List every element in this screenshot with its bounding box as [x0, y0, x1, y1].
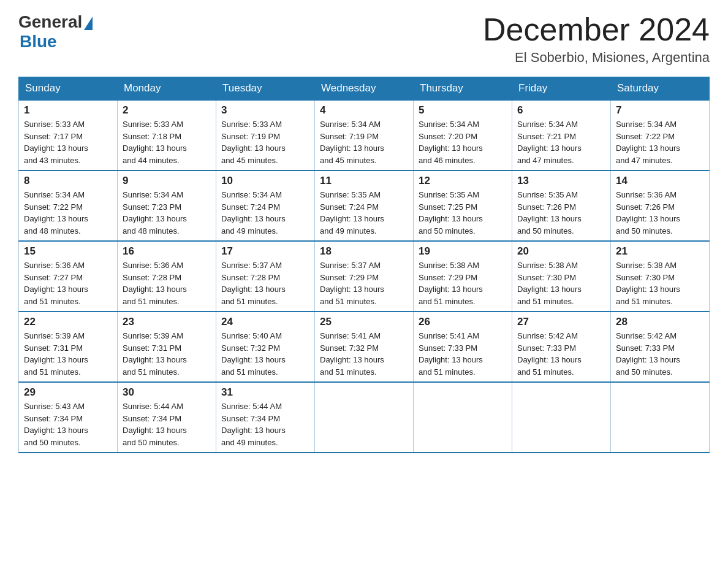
day-number: 24: [221, 316, 309, 328]
location-text: El Soberbio, Misiones, Argentina: [483, 50, 710, 66]
calendar-cell: 15 Sunrise: 5:36 AMSunset: 7:27 PMDaylig…: [19, 241, 118, 312]
day-number: 8: [24, 175, 112, 187]
page-header: General Blue December 2024 El Soberbio, …: [18, 12, 710, 66]
day-info: Sunrise: 5:36 AMSunset: 7:28 PMDaylight:…: [123, 261, 187, 306]
day-number: 6: [517, 104, 605, 117]
day-number: 13: [517, 175, 605, 187]
calendar-cell: [611, 382, 710, 453]
calendar-cell: 8 Sunrise: 5:34 AMSunset: 7:22 PMDayligh…: [19, 170, 118, 241]
calendar-cell: 25 Sunrise: 5:41 AMSunset: 7:32 PMDaylig…: [315, 312, 414, 382]
day-number: 11: [320, 175, 408, 187]
day-info: Sunrise: 5:33 AMSunset: 7:17 PMDaylight:…: [24, 120, 88, 165]
day-info: Sunrise: 5:37 AMSunset: 7:28 PMDaylight:…: [221, 261, 286, 306]
calendar-cell: 21 Sunrise: 5:38 AMSunset: 7:30 PMDaylig…: [611, 241, 710, 312]
day-info: Sunrise: 5:38 AMSunset: 7:29 PMDaylight:…: [419, 261, 483, 306]
calendar-cell: [512, 382, 611, 453]
day-info: Sunrise: 5:34 AMSunset: 7:19 PMDaylight:…: [320, 120, 384, 165]
calendar-week-2: 8 Sunrise: 5:34 AMSunset: 7:22 PMDayligh…: [19, 170, 710, 241]
day-info: Sunrise: 5:44 AMSunset: 7:34 PMDaylight:…: [123, 402, 187, 447]
month-title: December 2024: [483, 12, 710, 47]
calendar-cell: 9 Sunrise: 5:34 AMSunset: 7:23 PMDayligh…: [118, 170, 216, 241]
day-info: Sunrise: 5:37 AMSunset: 7:29 PMDaylight:…: [320, 261, 384, 306]
day-number: 12: [419, 175, 507, 187]
calendar-cell: 27 Sunrise: 5:42 AMSunset: 7:33 PMDaylig…: [512, 312, 611, 382]
day-number: 15: [24, 245, 112, 258]
header-thursday: Thursday: [414, 77, 512, 101]
day-info: Sunrise: 5:42 AMSunset: 7:33 PMDaylight:…: [616, 331, 680, 377]
day-info: Sunrise: 5:35 AMSunset: 7:26 PMDaylight:…: [517, 190, 582, 236]
day-number: 23: [123, 316, 211, 328]
day-number: 30: [123, 386, 211, 399]
day-info: Sunrise: 5:34 AMSunset: 7:20 PMDaylight:…: [419, 120, 483, 165]
calendar-cell: 7 Sunrise: 5:34 AMSunset: 7:22 PMDayligh…: [611, 100, 710, 170]
calendar-header-row: SundayMondayTuesdayWednesdayThursdayFrid…: [19, 77, 710, 101]
day-number: 27: [517, 316, 605, 328]
day-info: Sunrise: 5:33 AMSunset: 7:18 PMDaylight:…: [123, 120, 187, 165]
day-number: 21: [616, 245, 704, 258]
calendar-cell: 13 Sunrise: 5:35 AMSunset: 7:26 PMDaylig…: [512, 170, 611, 241]
day-info: Sunrise: 5:41 AMSunset: 7:33 PMDaylight:…: [419, 331, 483, 377]
logo: General Blue: [18, 12, 93, 52]
calendar-cell: 1 Sunrise: 5:33 AMSunset: 7:17 PMDayligh…: [19, 100, 118, 170]
day-number: 18: [320, 245, 408, 258]
day-info: Sunrise: 5:38 AMSunset: 7:30 PMDaylight:…: [616, 261, 680, 306]
logo-blue-text: Blue: [20, 32, 57, 52]
calendar-cell: 10 Sunrise: 5:34 AMSunset: 7:24 PMDaylig…: [216, 170, 315, 241]
day-number: 29: [24, 386, 112, 399]
calendar-cell: 31 Sunrise: 5:44 AMSunset: 7:34 PMDaylig…: [216, 382, 315, 453]
calendar-week-1: 1 Sunrise: 5:33 AMSunset: 7:17 PMDayligh…: [19, 100, 710, 170]
day-info: Sunrise: 5:34 AMSunset: 7:21 PMDaylight:…: [517, 120, 582, 165]
header-friday: Friday: [512, 77, 611, 101]
calendar-cell: 22 Sunrise: 5:39 AMSunset: 7:31 PMDaylig…: [19, 312, 118, 382]
header-sunday: Sunday: [19, 77, 118, 101]
day-number: 4: [320, 104, 408, 117]
day-info: Sunrise: 5:33 AMSunset: 7:19 PMDaylight:…: [221, 120, 286, 165]
day-number: 16: [123, 245, 211, 258]
day-info: Sunrise: 5:34 AMSunset: 7:24 PMDaylight:…: [221, 190, 286, 236]
day-number: 19: [419, 245, 507, 258]
day-number: 1: [24, 104, 112, 117]
calendar-week-3: 15 Sunrise: 5:36 AMSunset: 7:27 PMDaylig…: [19, 241, 710, 312]
calendar-cell: 17 Sunrise: 5:37 AMSunset: 7:28 PMDaylig…: [216, 241, 315, 312]
day-number: 22: [24, 316, 112, 328]
day-number: 17: [221, 245, 309, 258]
calendar-cell: 3 Sunrise: 5:33 AMSunset: 7:19 PMDayligh…: [216, 100, 315, 170]
day-number: 31: [221, 386, 309, 399]
calendar-cell: 29 Sunrise: 5:43 AMSunset: 7:34 PMDaylig…: [19, 382, 118, 453]
day-number: 7: [616, 104, 704, 117]
calendar-cell: 5 Sunrise: 5:34 AMSunset: 7:20 PMDayligh…: [414, 100, 512, 170]
day-info: Sunrise: 5:42 AMSunset: 7:33 PMDaylight:…: [517, 331, 582, 377]
calendar-cell: 30 Sunrise: 5:44 AMSunset: 7:34 PMDaylig…: [118, 382, 216, 453]
day-number: 5: [419, 104, 507, 117]
calendar-cell: 16 Sunrise: 5:36 AMSunset: 7:28 PMDaylig…: [118, 241, 216, 312]
calendar-cell: 12 Sunrise: 5:35 AMSunset: 7:25 PMDaylig…: [414, 170, 512, 241]
day-info: Sunrise: 5:43 AMSunset: 7:34 PMDaylight:…: [24, 402, 88, 447]
day-info: Sunrise: 5:35 AMSunset: 7:24 PMDaylight:…: [320, 190, 384, 236]
calendar-cell: 23 Sunrise: 5:39 AMSunset: 7:31 PMDaylig…: [118, 312, 216, 382]
calendar-cell: 2 Sunrise: 5:33 AMSunset: 7:18 PMDayligh…: [118, 100, 216, 170]
calendar-cell: [315, 382, 414, 453]
calendar-table: SundayMondayTuesdayWednesdayThursdayFrid…: [18, 77, 710, 453]
header-wednesday: Wednesday: [315, 77, 414, 101]
day-number: 3: [221, 104, 309, 117]
day-info: Sunrise: 5:38 AMSunset: 7:30 PMDaylight:…: [517, 261, 582, 306]
day-info: Sunrise: 5:34 AMSunset: 7:22 PMDaylight:…: [616, 120, 680, 165]
day-number: 28: [616, 316, 704, 328]
day-info: Sunrise: 5:39 AMSunset: 7:31 PMDaylight:…: [123, 331, 187, 377]
day-info: Sunrise: 5:36 AMSunset: 7:27 PMDaylight:…: [24, 261, 88, 306]
day-number: 2: [123, 104, 211, 117]
day-number: 10: [221, 175, 309, 187]
calendar-cell: 20 Sunrise: 5:38 AMSunset: 7:30 PMDaylig…: [512, 241, 611, 312]
day-number: 14: [616, 175, 704, 187]
day-number: 9: [123, 175, 211, 187]
day-info: Sunrise: 5:34 AMSunset: 7:22 PMDaylight:…: [24, 190, 88, 236]
day-info: Sunrise: 5:44 AMSunset: 7:34 PMDaylight:…: [221, 402, 286, 447]
day-info: Sunrise: 5:35 AMSunset: 7:25 PMDaylight:…: [419, 190, 483, 236]
calendar-cell: 19 Sunrise: 5:38 AMSunset: 7:29 PMDaylig…: [414, 241, 512, 312]
day-info: Sunrise: 5:39 AMSunset: 7:31 PMDaylight:…: [24, 331, 88, 377]
day-info: Sunrise: 5:34 AMSunset: 7:23 PMDaylight:…: [123, 190, 187, 236]
calendar-cell: 6 Sunrise: 5:34 AMSunset: 7:21 PMDayligh…: [512, 100, 611, 170]
day-number: 25: [320, 316, 408, 328]
day-info: Sunrise: 5:36 AMSunset: 7:26 PMDaylight:…: [616, 190, 680, 236]
logo-general-text: General: [18, 12, 82, 32]
